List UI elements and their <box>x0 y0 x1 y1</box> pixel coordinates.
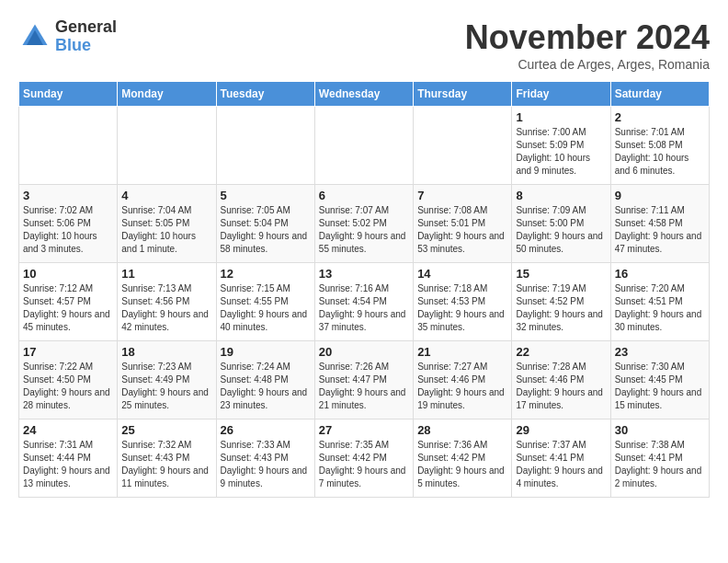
day-info: Sunrise: 7:33 AM Sunset: 4:43 PM Dayligh… <box>221 439 311 490</box>
day-info: Sunrise: 7:13 AM Sunset: 4:56 PM Dayligh… <box>121 282 211 334</box>
logo-general-text: General <box>55 18 117 37</box>
day-info: Sunrise: 7:11 AM Sunset: 4:58 PM Dayligh… <box>615 204 705 256</box>
calendar-week-3: 10Sunrise: 7:12 AM Sunset: 4:57 PM Dayli… <box>19 263 710 341</box>
day-info: Sunrise: 7:38 AM Sunset: 4:41 PM Dayligh… <box>615 439 705 490</box>
day-number: 27 <box>319 423 409 437</box>
day-number: 4 <box>121 189 211 202</box>
day-info: Sunrise: 7:31 AM Sunset: 4:44 PM Dayligh… <box>23 439 113 490</box>
day-number: 7 <box>417 189 507 202</box>
calendar-cell: 19Sunrise: 7:24 AM Sunset: 4:48 PM Dayli… <box>216 341 314 419</box>
day-info: Sunrise: 7:24 AM Sunset: 4:48 PM Dayligh… <box>221 361 311 412</box>
day-info: Sunrise: 7:19 AM Sunset: 4:52 PM Dayligh… <box>516 282 606 334</box>
calendar-cell: 18Sunrise: 7:23 AM Sunset: 4:49 PM Dayli… <box>118 341 216 419</box>
day-info: Sunrise: 7:26 AM Sunset: 4:47 PM Dayligh… <box>319 361 409 412</box>
day-info: Sunrise: 7:04 AM Sunset: 5:05 PM Dayligh… <box>121 204 211 256</box>
day-number: 6 <box>319 189 409 202</box>
day-info: Sunrise: 7:09 AM Sunset: 5:00 PM Dayligh… <box>516 204 606 256</box>
calendar-cell <box>216 107 314 185</box>
day-number: 25 <box>121 423 211 437</box>
day-number: 5 <box>221 189 311 202</box>
day-number: 24 <box>23 423 113 437</box>
day-number: 1 <box>516 110 606 124</box>
calendar-cell <box>414 107 512 185</box>
day-info: Sunrise: 7:07 AM Sunset: 5:02 PM Dayligh… <box>319 204 409 256</box>
calendar-cell: 21Sunrise: 7:27 AM Sunset: 4:46 PM Dayli… <box>414 341 512 419</box>
day-info: Sunrise: 7:22 AM Sunset: 4:50 PM Dayligh… <box>23 361 113 412</box>
calendar-week-1: 1Sunrise: 7:00 AM Sunset: 5:09 PM Daylig… <box>19 107 710 185</box>
day-number: 19 <box>221 345 311 359</box>
calendar-cell: 2Sunrise: 7:01 AM Sunset: 5:08 PM Daylig… <box>610 107 709 185</box>
title-section: November 2024 Curtea de Arges, Arges, Ro… <box>465 18 710 72</box>
weekday-header-monday: Monday <box>118 82 216 107</box>
logo-text: General Blue <box>55 18 117 55</box>
weekday-header-row: SundayMondayTuesdayWednesdayThursdayFrid… <box>19 82 710 107</box>
day-info: Sunrise: 7:23 AM Sunset: 4:49 PM Dayligh… <box>121 361 211 412</box>
calendar-header: SundayMondayTuesdayWednesdayThursdayFrid… <box>19 82 710 107</box>
calendar-week-2: 3Sunrise: 7:02 AM Sunset: 5:06 PM Daylig… <box>19 185 710 263</box>
calendar-cell: 6Sunrise: 7:07 AM Sunset: 5:02 PM Daylig… <box>314 185 413 263</box>
calendar-cell: 15Sunrise: 7:19 AM Sunset: 4:52 PM Dayli… <box>512 263 610 341</box>
day-info: Sunrise: 7:37 AM Sunset: 4:41 PM Dayligh… <box>516 439 606 490</box>
day-number: 23 <box>615 345 705 359</box>
logo: General Blue <box>18 18 117 55</box>
day-number: 2 <box>615 110 705 124</box>
day-info: Sunrise: 7:05 AM Sunset: 5:04 PM Dayligh… <box>221 204 311 256</box>
calendar-cell: 27Sunrise: 7:35 AM Sunset: 4:42 PM Dayli… <box>314 419 413 498</box>
weekday-header-saturday: Saturday <box>610 82 709 107</box>
day-info: Sunrise: 7:27 AM Sunset: 4:46 PM Dayligh… <box>417 361 507 412</box>
calendar-cell: 4Sunrise: 7:04 AM Sunset: 5:05 PM Daylig… <box>118 185 216 263</box>
calendar-cell: 24Sunrise: 7:31 AM Sunset: 4:44 PM Dayli… <box>19 419 118 498</box>
day-number: 28 <box>417 423 507 437</box>
day-info: Sunrise: 7:32 AM Sunset: 4:43 PM Dayligh… <box>121 439 211 490</box>
day-info: Sunrise: 7:35 AM Sunset: 4:42 PM Dayligh… <box>319 439 409 490</box>
weekday-header-thursday: Thursday <box>414 82 512 107</box>
day-number: 18 <box>121 345 211 359</box>
day-info: Sunrise: 7:00 AM Sunset: 5:09 PM Dayligh… <box>516 126 606 178</box>
calendar-cell: 8Sunrise: 7:09 AM Sunset: 5:00 PM Daylig… <box>512 185 610 263</box>
day-info: Sunrise: 7:18 AM Sunset: 4:53 PM Dayligh… <box>417 282 507 334</box>
calendar-table: SundayMondayTuesdayWednesdayThursdayFrid… <box>18 81 710 498</box>
day-number: 10 <box>23 267 113 281</box>
weekday-header-wednesday: Wednesday <box>314 82 413 107</box>
day-number: 13 <box>319 267 409 281</box>
calendar-cell <box>118 107 216 185</box>
page-header: General Blue November 2024 Curtea de Arg… <box>18 18 710 72</box>
location: Curtea de Arges, Arges, Romania <box>465 57 710 72</box>
calendar-cell: 26Sunrise: 7:33 AM Sunset: 4:43 PM Dayli… <box>216 419 314 498</box>
calendar-cell: 5Sunrise: 7:05 AM Sunset: 5:04 PM Daylig… <box>216 185 314 263</box>
calendar-cell: 23Sunrise: 7:30 AM Sunset: 4:45 PM Dayli… <box>610 341 709 419</box>
calendar-cell: 12Sunrise: 7:15 AM Sunset: 4:55 PM Dayli… <box>216 263 314 341</box>
calendar-cell: 13Sunrise: 7:16 AM Sunset: 4:54 PM Dayli… <box>314 263 413 341</box>
calendar-cell: 25Sunrise: 7:32 AM Sunset: 4:43 PM Dayli… <box>118 419 216 498</box>
day-number: 21 <box>417 345 507 359</box>
calendar-cell <box>314 107 413 185</box>
day-info: Sunrise: 7:20 AM Sunset: 4:51 PM Dayligh… <box>615 282 705 334</box>
calendar-cell: 17Sunrise: 7:22 AM Sunset: 4:50 PM Dayli… <box>19 341 118 419</box>
month-title: November 2024 <box>465 18 710 57</box>
calendar-cell: 9Sunrise: 7:11 AM Sunset: 4:58 PM Daylig… <box>610 185 709 263</box>
weekday-header-sunday: Sunday <box>19 82 118 107</box>
calendar-cell <box>19 107 118 185</box>
logo-icon <box>18 20 51 53</box>
calendar-cell: 28Sunrise: 7:36 AM Sunset: 4:42 PM Dayli… <box>414 419 512 498</box>
logo-blue-text: Blue <box>55 37 117 55</box>
day-number: 15 <box>516 267 606 281</box>
calendar-week-4: 17Sunrise: 7:22 AM Sunset: 4:50 PM Dayli… <box>19 341 710 419</box>
day-number: 26 <box>221 423 311 437</box>
day-number: 17 <box>23 345 113 359</box>
day-number: 22 <box>516 345 606 359</box>
day-number: 29 <box>516 423 606 437</box>
calendar-cell: 1Sunrise: 7:00 AM Sunset: 5:09 PM Daylig… <box>512 107 610 185</box>
day-info: Sunrise: 7:12 AM Sunset: 4:57 PM Dayligh… <box>23 282 113 334</box>
calendar-week-5: 24Sunrise: 7:31 AM Sunset: 4:44 PM Dayli… <box>19 419 710 498</box>
day-number: 14 <box>417 267 507 281</box>
calendar-cell: 3Sunrise: 7:02 AM Sunset: 5:06 PM Daylig… <box>19 185 118 263</box>
day-number: 16 <box>615 267 705 281</box>
calendar-cell: 7Sunrise: 7:08 AM Sunset: 5:01 PM Daylig… <box>414 185 512 263</box>
calendar-cell: 30Sunrise: 7:38 AM Sunset: 4:41 PM Dayli… <box>610 419 709 498</box>
weekday-header-friday: Friday <box>512 82 610 107</box>
day-number: 9 <box>615 189 705 202</box>
day-info: Sunrise: 7:28 AM Sunset: 4:46 PM Dayligh… <box>516 361 606 412</box>
day-info: Sunrise: 7:15 AM Sunset: 4:55 PM Dayligh… <box>221 282 311 334</box>
day-number: 12 <box>221 267 311 281</box>
